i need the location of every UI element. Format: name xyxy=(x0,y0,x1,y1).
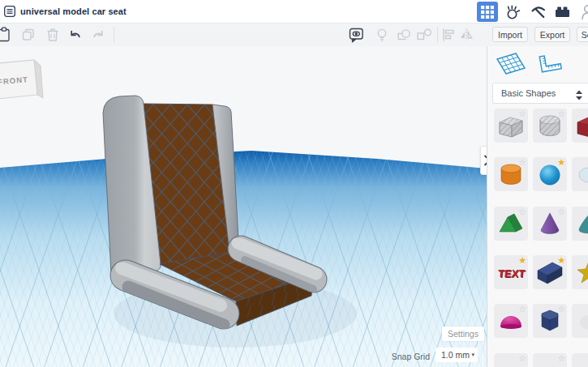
shape-tile-sphere[interactable]: ★ xyxy=(533,157,567,191)
snap-grid-value: 1.0 mm xyxy=(441,350,470,360)
notes-icon[interactable] xyxy=(348,27,364,43)
pickaxe-icon xyxy=(530,3,547,20)
favorite-star-icon[interactable]: ☆ xyxy=(518,207,526,216)
group-icon[interactable] xyxy=(396,27,412,43)
shape-category-value: Basic Shapes xyxy=(501,88,556,98)
favorite-star-icon[interactable]: ☆ xyxy=(557,353,565,363)
ruler-tool-icon[interactable] xyxy=(534,52,567,81)
view-cube[interactable]: FRONT xyxy=(0,60,43,100)
shape-tile-wedge[interactable]: ★ xyxy=(533,255,567,289)
design-menu-icon[interactable] xyxy=(4,6,15,17)
align-icon[interactable] xyxy=(440,27,457,43)
shape-tile-hole-cylinder[interactable]: ☆ xyxy=(533,109,567,143)
redo-icon[interactable] xyxy=(90,27,106,43)
viewport-canvas[interactable]: FRONT xyxy=(0,46,487,367)
brick-button[interactable] xyxy=(552,2,573,22)
shape-tile-row6-3[interactable] xyxy=(572,353,588,367)
sim-lab-icon xyxy=(505,4,521,20)
settings-button[interactable]: Settings xyxy=(442,326,484,341)
shape-tile-text[interactable]: TEXT TEXT ★ xyxy=(494,255,528,289)
undo-icon[interactable] xyxy=(67,27,84,43)
tinkercad-editor: { "titlebar": { "title": "universal mode… xyxy=(0,0,588,367)
profile-button[interactable] xyxy=(579,2,588,22)
shape-tile-half-sphere[interactable]: ☆ xyxy=(494,304,528,338)
snap-grid-dropdown[interactable]: 1.0 mm ▾ xyxy=(436,348,478,362)
shape-tile-paraboloid[interactable] xyxy=(572,207,588,241)
favorite-star-icon[interactable]: ☆ xyxy=(518,157,526,167)
shape-tile-roof[interactable]: ☆ xyxy=(494,207,528,241)
edit-toolbar: Import Export Send To xyxy=(0,23,588,47)
favorite-star-icon[interactable]: ☆ xyxy=(518,353,526,363)
favorite-star-icon[interactable]: ☆ xyxy=(518,109,526,118)
toolbar-divider xyxy=(437,27,438,43)
toolbar-divider xyxy=(114,27,114,43)
favorite-star-icon[interactable]: ★ xyxy=(557,255,565,265)
favorite-star-icon[interactable]: ☆ xyxy=(518,304,526,314)
delete-icon[interactable] xyxy=(45,27,61,43)
workplane-tool-icon[interactable] xyxy=(496,52,528,81)
text-shape-label: TEXT xyxy=(497,267,526,280)
dropdown-spinner-icon xyxy=(575,87,583,107)
minecraft-button[interactable] xyxy=(527,2,548,22)
import-button[interactable]: Import xyxy=(492,27,528,42)
workplane-scene: FRONT xyxy=(0,46,487,367)
favorite-star-icon[interactable]: ★ xyxy=(518,255,526,265)
design-title[interactable]: universal model car seat xyxy=(20,6,127,16)
paste-icon[interactable] xyxy=(0,27,13,43)
profile-icon xyxy=(582,3,588,21)
duplicate-icon[interactable] xyxy=(20,27,36,43)
mirror-icon[interactable] xyxy=(458,27,474,43)
favorite-star-icon[interactable]: ★ xyxy=(557,157,565,167)
shape-tile-box[interactable] xyxy=(572,109,588,143)
shape-tile-hexagonal-prism[interactable]: ☆ xyxy=(533,304,567,338)
shape-tile-cylinder[interactable]: ☆ xyxy=(494,157,528,191)
shapes-panel: Basic Shapes ☆ ☆ xyxy=(487,46,588,367)
sim-lab-button[interactable] xyxy=(503,2,524,22)
favorite-star-icon[interactable]: ☆ xyxy=(557,109,565,118)
shape-tile-row6-1[interactable]: ☆ xyxy=(494,353,528,367)
send-to-button[interactable]: Send To xyxy=(577,27,588,42)
lego-brick-icon xyxy=(555,4,570,19)
favorite-star-icon[interactable]: ☆ xyxy=(557,304,565,314)
show-all-icon[interactable] xyxy=(374,27,390,43)
grid-icon xyxy=(481,6,494,19)
shape-tile-hole-box[interactable]: ☆ xyxy=(494,109,528,143)
shape-tile-tube[interactable] xyxy=(572,157,588,191)
snap-grid-label: Snap Grid xyxy=(380,349,430,364)
favorite-star-icon[interactable]: ☆ xyxy=(557,207,565,216)
shape-tile-cone[interactable]: ☆ xyxy=(533,207,567,241)
shape-tile-star[interactable] xyxy=(572,255,588,289)
shape-tile-partial[interactable] xyxy=(572,304,588,338)
title-bar: universal model car seat xyxy=(0,0,588,23)
shape-category-dropdown[interactable]: Basic Shapes xyxy=(492,83,588,104)
chevron-down-icon: ▾ xyxy=(471,348,474,362)
ungroup-icon[interactable] xyxy=(416,27,432,43)
shape-tile-row6-2[interactable]: ☆ xyxy=(533,353,567,367)
editor-mode-3d-button[interactable] xyxy=(477,2,498,22)
export-button[interactable]: Export xyxy=(534,27,570,42)
